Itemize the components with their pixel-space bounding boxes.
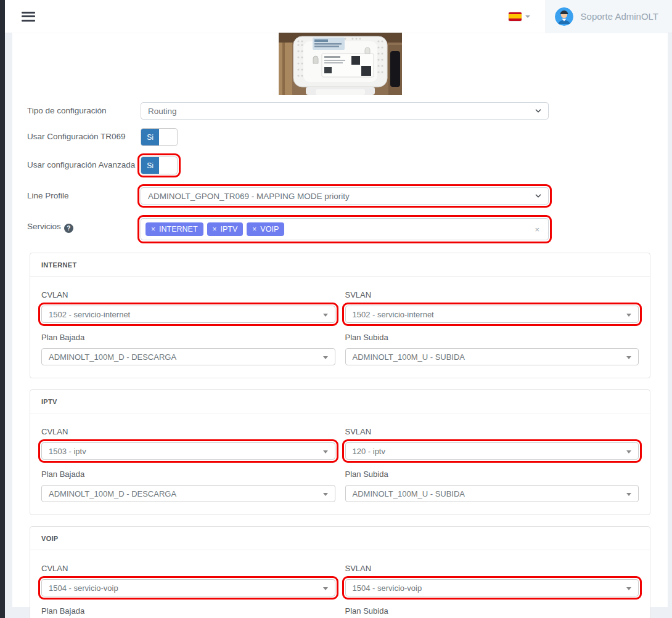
internet-plan-bajada-select[interactable]: ADMINOLT_100M_D - DESCARGA bbox=[41, 348, 335, 365]
tag-iptv[interactable]: ×IPTV bbox=[207, 222, 244, 236]
voip-cvlan-select[interactable]: 1504 - servicio-voip bbox=[41, 579, 335, 596]
services-label: Servicios? bbox=[27, 218, 141, 233]
advanced-label: Usar configuración Avanzada bbox=[27, 157, 141, 169]
caret-down-icon bbox=[626, 450, 631, 453]
internet-cvlan-select[interactable]: 1502 - servicio-internet bbox=[41, 306, 335, 323]
remove-tag-icon[interactable]: × bbox=[151, 225, 155, 234]
content-card: Tipo de configuración Routing Usar Confi… bbox=[12, 33, 668, 607]
plan-bajada-label: Plan Bajada bbox=[41, 333, 335, 342]
cvlan-label: CVLAN bbox=[41, 564, 335, 573]
chevron-down-icon bbox=[534, 107, 543, 117]
caret-down-icon bbox=[626, 356, 631, 359]
iptv-svlan-select[interactable]: 120 - iptv bbox=[345, 442, 639, 460]
collapsed-sidebar bbox=[0, 0, 5, 618]
tag-voip[interactable]: ×VOIP bbox=[247, 222, 284, 236]
section-iptv: IPTV CVLAN 1503 - iptv SVLAN 120 - iptv … bbox=[30, 389, 650, 515]
user-name: Soporte AdminOLT bbox=[581, 11, 658, 22]
plan-subida-label: Plan Subida bbox=[345, 333, 639, 342]
svlan-label: SVLAN bbox=[345, 290, 639, 299]
caret-down-icon bbox=[626, 314, 631, 317]
row-tr069: Usar Configuración TR069 Si bbox=[12, 128, 668, 146]
caret-down-icon bbox=[626, 493, 631, 496]
row-advanced: Usar configuración Avanzada Si bbox=[12, 157, 668, 174]
hamburger-menu-icon[interactable] bbox=[22, 12, 35, 22]
row-line-profile: Line Profile ADMINOLT_GPON_TR069 - MAPPI… bbox=[12, 187, 668, 205]
tr069-label: Usar Configuración TR069 bbox=[27, 128, 141, 141]
section-voip: VOIP CVLAN 1504 - servicio-voip SVLAN 15… bbox=[30, 526, 650, 618]
caret-down-icon bbox=[323, 356, 328, 359]
tr069-toggle[interactable]: Si bbox=[141, 128, 178, 146]
config-type-label: Tipo de configuración bbox=[27, 102, 141, 115]
caret-down-icon bbox=[626, 587, 631, 590]
ont-device-photo bbox=[279, 33, 402, 95]
plan-bajada-label: Plan Bajada bbox=[41, 470, 335, 479]
iptv-plan-subida-select[interactable]: ADMINOLT_100M_U - SUBIDA bbox=[345, 485, 639, 502]
line-profile-select[interactable]: ADMINOLT_GPON_TR069 - MAPPING MODE prior… bbox=[141, 187, 549, 205]
caret-down-icon bbox=[323, 314, 328, 317]
section-internet: INTERNET CVLAN 1502 - servicio-internet … bbox=[30, 253, 650, 378]
svlan-label: SVLAN bbox=[345, 427, 639, 436]
internet-svlan-select[interactable]: 1502 - servicio-internet bbox=[345, 306, 639, 323]
row-config-type: Tipo de configuración Routing bbox=[12, 102, 668, 120]
section-title: IPTV bbox=[30, 390, 650, 413]
iptv-plan-bajada-select[interactable]: ADMINOLT_100M_D - DESCARGA bbox=[41, 485, 335, 502]
chevron-down-icon bbox=[534, 192, 543, 202]
help-question-icon[interactable]: ? bbox=[64, 224, 73, 233]
plan-bajada-label: Plan Bajada bbox=[41, 606, 335, 616]
caret-down-icon bbox=[323, 450, 328, 453]
avatar bbox=[555, 7, 573, 26]
section-title: VOIP bbox=[30, 527, 650, 550]
remove-tag-icon[interactable]: × bbox=[213, 225, 217, 234]
spain-flag-icon bbox=[509, 12, 522, 21]
topbar: Soporte AdminOLT bbox=[5, 0, 672, 33]
row-services: Servicios? ×INTERNET ×IPTV ×VOIP × bbox=[12, 218, 668, 240]
caret-down-icon bbox=[525, 15, 530, 18]
plan-subida-label: Plan Subida bbox=[345, 606, 639, 616]
user-menu[interactable]: Soporte AdminOLT bbox=[545, 0, 672, 33]
cvlan-label: CVLAN bbox=[41, 290, 335, 299]
clear-all-icon[interactable]: × bbox=[533, 225, 541, 234]
caret-down-icon bbox=[323, 493, 328, 496]
plan-subida-label: Plan Subida bbox=[345, 470, 639, 479]
internet-plan-subida-select[interactable]: ADMINOLT_100M_U - SUBIDA bbox=[345, 348, 639, 365]
config-type-select[interactable]: Routing bbox=[141, 102, 549, 120]
iptv-cvlan-select[interactable]: 1503 - iptv bbox=[41, 442, 335, 460]
svlan-label: SVLAN bbox=[345, 564, 639, 573]
caret-down-icon bbox=[323, 587, 328, 590]
tag-internet[interactable]: ×INTERNET bbox=[145, 222, 203, 236]
line-profile-label: Line Profile bbox=[27, 187, 141, 200]
section-title: INTERNET bbox=[30, 253, 650, 277]
advanced-toggle[interactable]: Si bbox=[141, 157, 178, 174]
cvlan-label: CVLAN bbox=[41, 427, 335, 436]
language-dropdown[interactable] bbox=[509, 12, 530, 21]
remove-tag-icon[interactable]: × bbox=[252, 225, 256, 234]
services-multiselect[interactable]: ×INTERNET ×IPTV ×VOIP × bbox=[141, 218, 549, 240]
voip-svlan-select[interactable]: 1504 - servicio-voip bbox=[345, 579, 639, 596]
